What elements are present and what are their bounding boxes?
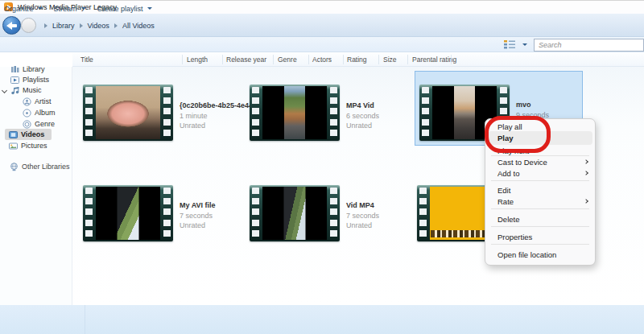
filmstrip-holes bbox=[419, 188, 427, 239]
film-area bbox=[96, 187, 160, 240]
menu-item-label: Add to bbox=[497, 169, 519, 178]
sidebar-item-artist[interactable]: Artist bbox=[0, 96, 72, 107]
create-playlist-label: Create playlist bbox=[97, 5, 143, 13]
breadcrumb-item-library[interactable]: Library bbox=[52, 22, 75, 30]
sidebar-item-label: Artist bbox=[35, 97, 52, 105]
filmstrip-holes bbox=[330, 188, 337, 239]
menu-item-label: Rate bbox=[497, 197, 514, 206]
library-icon bbox=[10, 65, 19, 74]
sidebar-item-music[interactable]: Music bbox=[0, 85, 72, 96]
film-area bbox=[262, 187, 327, 240]
chevron-down-icon[interactable] bbox=[522, 43, 527, 46]
submenu-arrow-icon bbox=[584, 159, 588, 164]
menu-item-open-file-location[interactable]: Open file location bbox=[485, 249, 595, 260]
chevron-down-icon bbox=[38, 7, 43, 10]
video-duration: 7 seconds bbox=[180, 212, 213, 220]
video-frame-cooking bbox=[96, 86, 160, 139]
breadcrumb-arrow-icon bbox=[114, 23, 118, 28]
bottom-bar-divider bbox=[85, 305, 85, 334]
back-button[interactable] bbox=[2, 16, 21, 35]
filmstrip-holes bbox=[163, 87, 171, 138]
sidebar-item-genre[interactable]: Genre bbox=[0, 118, 72, 130]
video-duration: 1 minute bbox=[180, 112, 208, 120]
video-rating: Unrated bbox=[180, 221, 205, 229]
organize-label: Organize bbox=[4, 5, 34, 13]
view-options-icon[interactable] bbox=[504, 40, 515, 49]
video-duration: 7 seconds bbox=[346, 212, 379, 220]
column-divider bbox=[308, 55, 309, 64]
filmstrip-holes bbox=[163, 188, 171, 239]
column-size[interactable]: Size bbox=[383, 56, 397, 64]
breadcrumb-arrow-icon bbox=[80, 23, 83, 28]
video-item-filmstrip[interactable] bbox=[83, 85, 173, 141]
menu-separator bbox=[491, 180, 589, 181]
video-title: {0c20b6be-4b25-4e44... bbox=[180, 101, 259, 109]
video-rating: Unrated bbox=[346, 122, 372, 130]
menu-item-delete[interactable]: Delete bbox=[485, 214, 595, 225]
submenu-arrow-icon bbox=[584, 171, 588, 175]
sidebar-item-pictures[interactable]: Pictures bbox=[0, 140, 72, 151]
create-playlist-button[interactable]: Create playlist bbox=[97, 5, 152, 13]
video-title: My AVI file bbox=[180, 201, 216, 209]
filmstrip-holes bbox=[330, 87, 337, 138]
video-frame-car-window-trees bbox=[284, 187, 306, 240]
videos-icon bbox=[9, 130, 18, 139]
video-duration: 6 seconds bbox=[346, 112, 379, 120]
sidebar-item-album[interactable]: Album bbox=[0, 107, 72, 118]
genre-icon bbox=[23, 120, 31, 129]
column-actors[interactable]: Actors bbox=[312, 56, 332, 64]
menu-item-edit[interactable]: Edit bbox=[485, 185, 595, 196]
menu-item-add-to[interactable]: Add to bbox=[485, 168, 595, 179]
column-divider bbox=[407, 55, 408, 64]
film-area bbox=[262, 86, 327, 139]
sidebar-item-label: Genre bbox=[35, 120, 55, 128]
forward-button[interactable] bbox=[21, 18, 36, 33]
menu-separator bbox=[491, 208, 589, 209]
menu-separator bbox=[491, 155, 589, 156]
menu-item-rate[interactable]: Rate bbox=[485, 196, 595, 207]
menu-item-label: Delete bbox=[497, 215, 519, 224]
menu-item-label: Open file location bbox=[497, 250, 556, 259]
column-divider bbox=[182, 55, 183, 64]
menu-item-properties[interactable]: Properties bbox=[485, 232, 595, 242]
organize-button[interactable]: Organize bbox=[4, 5, 43, 13]
search-input[interactable] bbox=[534, 39, 644, 52]
video-frame-car-window-field bbox=[118, 187, 139, 240]
film-area bbox=[96, 86, 160, 139]
stream-label: Stream bbox=[54, 5, 77, 13]
sidebar-item-playlists[interactable]: Playlists bbox=[0, 74, 72, 85]
sidebar-item-videos[interactable]: Videos bbox=[0, 129, 72, 140]
breadcrumb: Library Videos All Videos bbox=[44, 20, 155, 31]
video-title: Vid MP4 bbox=[346, 201, 374, 209]
column-genre[interactable]: Genre bbox=[278, 56, 297, 64]
video-item-filmstrip[interactable] bbox=[83, 185, 173, 241]
video-item-filmstrip[interactable] bbox=[250, 85, 340, 141]
menu-item-cast-to-device[interactable]: Cast to Device bbox=[485, 157, 595, 167]
artist-icon bbox=[23, 97, 31, 106]
column-title[interactable]: Title bbox=[80, 56, 93, 64]
column-divider bbox=[273, 55, 274, 64]
menu-item-label: Cast to Device bbox=[497, 158, 547, 167]
video-item-filmstrip[interactable] bbox=[250, 185, 340, 241]
column-release-year[interactable]: Release year bbox=[226, 56, 266, 64]
filmstrip-holes bbox=[252, 188, 259, 239]
stream-button[interactable]: Stream bbox=[54, 5, 86, 13]
sidebar-item-other-libraries[interactable]: Other Libraries bbox=[0, 161, 72, 172]
sidebar-item-label: Playlists bbox=[23, 76, 49, 84]
column-header-row: Title Length Release year Genre Actors R… bbox=[72, 52, 644, 67]
menu-item-label: Edit bbox=[497, 186, 510, 195]
filmstrip-holes bbox=[422, 87, 429, 138]
breadcrumb-item-videos[interactable]: Videos bbox=[88, 22, 109, 30]
menu-separator bbox=[491, 244, 589, 245]
video-frame-sunset-road bbox=[454, 86, 475, 139]
sidebar-item-library[interactable]: Library bbox=[0, 64, 72, 75]
column-divider bbox=[343, 55, 344, 64]
back-arrow-icon bbox=[6, 22, 18, 30]
menu-item-label: Properties bbox=[497, 233, 532, 241]
chevron-down-icon bbox=[81, 7, 86, 10]
breadcrumb-item-all-videos[interactable]: All Videos bbox=[122, 22, 155, 30]
column-rating[interactable]: Rating bbox=[347, 56, 367, 64]
column-parental-rating[interactable]: Parental rating bbox=[412, 56, 456, 64]
column-length[interactable]: Length bbox=[187, 56, 208, 64]
playlists-icon bbox=[10, 76, 19, 85]
